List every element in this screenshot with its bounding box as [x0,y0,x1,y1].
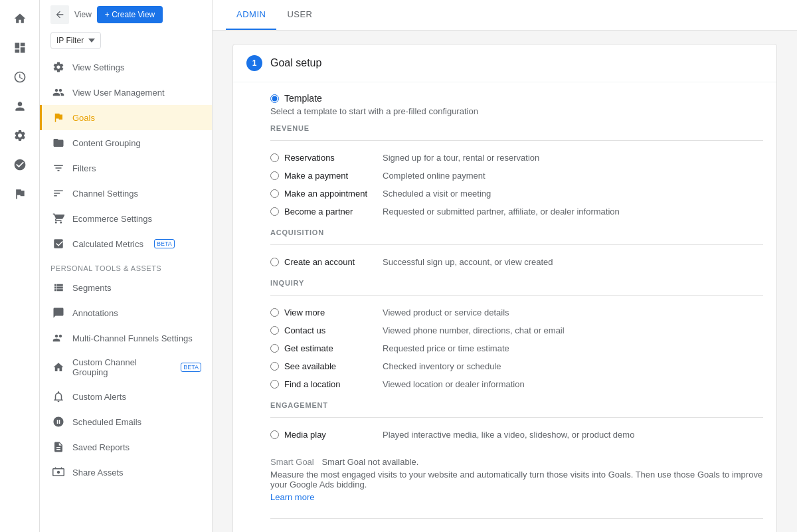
create-an-account-desc: Successful sign up, account, or view cre… [383,257,553,267]
sidebar-item-share-assets[interactable]: Share Assets [40,460,212,485]
settings-icon[interactable] [4,122,36,149]
custom-channel-beta: BETA [181,363,201,372]
saved-reports-label: Saved Reports [72,442,130,452]
sidebar-item-multi-channel[interactable]: Multi-Channel Funnels Settings [40,325,212,351]
content-area: 1 Goal setup Template Select a template … [213,31,797,532]
create-view-button[interactable]: + Create View [97,6,163,23]
become-a-partner-desc: Requested or submitted partner, affiliat… [383,207,620,217]
template-label[interactable]: Template [284,93,322,104]
make-an-appointment-name[interactable]: Make an appointment [284,189,377,199]
goal-option-contact-us[interactable]: Contact us Viewed phone number, directio… [270,321,763,339]
goal-option-view-more[interactable]: View more Viewed product or service deta… [270,304,763,321]
find-a-location-radio[interactable] [270,380,279,389]
arrow-icon[interactable] [4,151,36,178]
contact-us-radio[interactable] [270,326,279,335]
goal-option-create-an-account[interactable]: Create an account Successful sign up, ac… [270,253,763,271]
become-a-partner-name[interactable]: Become a partner [284,207,377,217]
sidebar-item-goals[interactable]: Goals [40,105,212,130]
reservations-radio[interactable] [270,153,279,162]
sidebar-item-content-grouping[interactable]: Content Grouping [40,130,212,155]
tab-user[interactable]: USER [276,0,323,30]
engagement-category: ENGAGEMENT [270,401,763,409]
sidebar-item-annotations[interactable]: Annotations [40,300,212,325]
media-play-name[interactable]: Media play [284,430,377,440]
filter-icon [52,162,64,174]
side-nav: View + Create View IP Filter View Settin… [40,0,213,532]
see-available-radio[interactable] [270,362,279,371]
segments-label: Segments [72,283,112,293]
reporting-icon[interactable] [4,35,36,61]
back-button[interactable] [50,5,69,24]
find-a-location-desc: Viewed location or dealer information [383,379,525,389]
calculated-metrics-beta: BETA [154,239,175,248]
goal-option-reservations[interactable]: Reservations Signed up for a tour, renta… [270,149,763,167]
become-a-partner-radio[interactable] [270,207,279,216]
view-more-name[interactable]: View more [284,308,377,317]
goal-option-see-available[interactable]: See available Checked inventory or sched… [270,357,763,375]
share-icon [52,466,64,478]
sidebar-item-filters[interactable]: Filters [40,155,212,181]
goals-label: Goals [72,113,95,123]
email-icon [52,416,64,428]
multi-channel-label: Multi-Channel Funnels Settings [72,333,193,343]
create-an-account-name[interactable]: Create an account [284,257,377,267]
make-a-payment-radio[interactable] [270,171,279,180]
get-estimate-name[interactable]: Get estimate [284,343,377,353]
goal-option-become-a-partner[interactable]: Become a partner Requested or submitted … [270,203,763,221]
step1-title: Goal setup [270,57,321,69]
sidebar-item-segments[interactable]: Segments [40,275,212,300]
goal-option-make-an-appointment[interactable]: Make an appointment Scheduled a visit or… [270,185,763,203]
ecommerce-settings-label: Ecommerce Settings [72,214,152,224]
smart-goal-section: Smart Goal Smart Goal not available. Mea… [270,452,763,507]
learn-more-link[interactable]: Learn more [270,492,314,502]
make-an-appointment-radio[interactable] [270,189,279,198]
sidebar-item-custom-alerts[interactable]: Custom Alerts [40,384,212,409]
people-icon [52,86,64,98]
template-option[interactable]: Template [270,93,763,104]
see-available-name[interactable]: See available [284,361,377,371]
report-icon [52,441,64,453]
make-a-payment-name[interactable]: Make a payment [284,171,377,181]
home-icon[interactable] [4,5,36,32]
goal-setup-body: Template Select a template to start with… [233,82,776,532]
person-icon[interactable] [4,93,36,120]
view-more-desc: Viewed product or service details [383,308,509,317]
folder-icon [52,137,64,149]
template-desc: Select a template to start with a pre-fi… [270,106,763,116]
inquiry-category: INQUIRY [270,279,763,287]
sidebar-item-calculated-metrics[interactable]: Calculated Metrics BETA [40,231,212,256]
sidebar-item-channel-settings[interactable]: Channel Settings [40,181,212,206]
contact-us-name[interactable]: Contact us [284,325,377,335]
main-content: ADMIN USER 1 Goal setup Template Select … [213,0,797,532]
reservations-name[interactable]: Reservations [284,153,377,163]
sidebar-item-view-user-management[interactable]: View User Management [40,80,212,105]
media-play-radio[interactable] [270,430,279,439]
get-estimate-radio[interactable] [270,344,279,353]
create-an-account-radio[interactable] [270,258,279,266]
tab-admin[interactable]: ADMIN [226,0,276,30]
goal-option-make-a-payment[interactable]: Make a payment Completed online payment [270,167,763,185]
sidebar-item-saved-reports[interactable]: Saved Reports [40,434,212,460]
sidebar-item-ecommerce-settings[interactable]: Ecommerce Settings [40,206,212,231]
flag-nav-icon[interactable] [4,181,36,207]
acquisition-category: ACQUISITION [270,228,763,236]
clock-icon[interactable] [4,64,36,90]
content-grouping-label: Content Grouping [72,138,141,148]
make-an-appointment-desc: Scheduled a visit or meeting [383,189,491,199]
find-a-location-name[interactable]: Find a location [284,379,377,389]
smart-goal-description: Measure the most engaged visits to your … [270,470,763,489]
calculated-metrics-label: Calculated Metrics [72,239,143,249]
view-more-radio[interactable] [270,308,279,317]
sidebar-item-view-settings[interactable]: View Settings [40,54,212,80]
contact-us-desc: Viewed phone number, directions, chat or… [383,325,565,335]
icon-bar [0,0,40,532]
goal-option-find-a-location[interactable]: Find a location Viewed location or deale… [270,375,763,393]
custom-option[interactable]: Custom [270,529,763,532]
sidebar-item-custom-channel-grouping[interactable]: Custom Channel Grouping BETA [40,351,212,384]
sidebar-item-scheduled-emails[interactable]: Scheduled Emails [40,409,212,434]
view-select[interactable]: IP Filter [50,32,101,49]
goal-option-media-play[interactable]: Media play Played interactive media, lik… [270,426,763,444]
goal-option-get-estimate[interactable]: Get estimate Requested price or time est… [270,339,763,357]
template-radio[interactable] [270,94,279,103]
view-label: View [74,10,92,19]
